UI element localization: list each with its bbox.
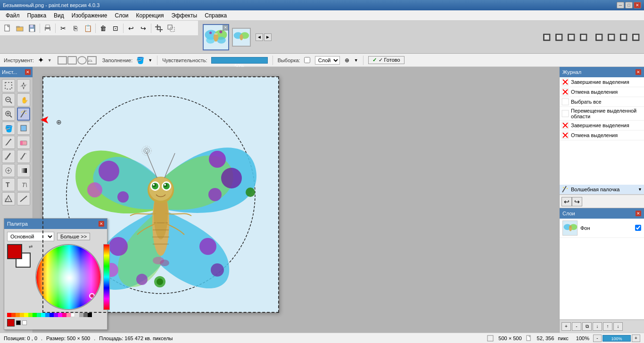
menu-effects[interactable]: Эффекты (168, 11, 201, 20)
done-button[interactable]: ✓ ✓ Готово (368, 56, 405, 64)
swatch-spring-green[interactable] (37, 313, 41, 317)
swatch-orange[interactable] (16, 313, 20, 317)
tool-clone[interactable] (2, 164, 15, 177)
tb-r6[interactable]: 🔲 (605, 32, 617, 43)
swatch-dark-gray[interactable] (83, 313, 88, 317)
primary-color-display[interactable] (7, 319, 15, 327)
menu-correction[interactable]: Коррекция (132, 11, 168, 20)
layer-delete-button[interactable]: - (572, 322, 581, 331)
tool-eraser[interactable] (17, 136, 30, 149)
selection-dropdown[interactable]: Слой (315, 56, 340, 65)
tool-gradient[interactable] (17, 164, 30, 177)
tb-save[interactable] (26, 23, 38, 34)
maximize-button[interactable]: □ (625, 2, 633, 8)
swatch-orange-red[interactable] (11, 313, 16, 317)
tb-r1[interactable]: 🔲 (541, 32, 552, 43)
tool-select-rect2[interactable] (17, 122, 30, 135)
tb-open[interactable] (14, 23, 25, 34)
swatch-white[interactable] (71, 313, 75, 317)
thumb-scroll-right[interactable]: ► (264, 33, 272, 41)
canvas-area[interactable]: ⊕ (33, 67, 559, 333)
tool-eyedropper[interactable] (17, 150, 30, 163)
swatch-rose[interactable] (62, 313, 66, 317)
tool-paint-bucket[interactable]: 🪣 (2, 122, 15, 135)
shape-lasso[interactable]: ⌓ (87, 56, 97, 65)
layers-close-button[interactable]: ✕ (636, 211, 641, 216)
tb-r2[interactable]: 🔲 (553, 32, 564, 43)
thumb-scroll-left[interactable]: ◄ (256, 33, 263, 41)
hue-strip[interactable] (103, 244, 110, 310)
tb-r4[interactable]: 🔲 (578, 32, 589, 43)
swatch-gray[interactable] (79, 313, 83, 317)
layer-add-button[interactable]: + (561, 322, 571, 331)
swatch-green[interactable] (33, 313, 37, 317)
tb-resize[interactable] (165, 23, 177, 34)
palette-mode-select[interactable]: Основной Дополнительный (7, 232, 54, 241)
tool-zoom-in[interactable] (2, 107, 15, 121)
menu-view[interactable]: Вид (50, 11, 68, 20)
swatch-blue[interactable] (50, 313, 54, 317)
tool-pencil[interactable] (2, 136, 15, 149)
tb-clear[interactable]: 🗑 (98, 23, 109, 34)
tool-move[interactable] (17, 79, 30, 92)
selection-check[interactable] (304, 57, 310, 63)
tb-print[interactable] (42, 23, 53, 34)
magic-wand-dropdown[interactable]: Волшебная палочка ▼ (560, 185, 644, 195)
menu-file[interactable]: Файл (2, 11, 24, 20)
swatch-light-gray[interactable] (75, 313, 79, 317)
tool-brush[interactable] (2, 150, 15, 163)
journal-item-4[interactable]: Перемещение выделенной области (560, 107, 644, 121)
swatch-red[interactable] (7, 313, 11, 317)
swatch-yellow-green[interactable] (28, 313, 33, 317)
zoom-out-button[interactable]: - (593, 335, 602, 342)
tb-r3[interactable]: 🔲 (565, 32, 577, 43)
tools-close-button[interactable]: ✕ (25, 69, 31, 75)
tb-cut[interactable]: ✂ (58, 23, 69, 34)
tool-select-rect[interactable] (2, 79, 15, 92)
tool-text[interactable]: T (2, 178, 15, 191)
layer-down-button[interactable]: ↓ (613, 322, 623, 331)
sensitivity-slider[interactable]: 50% (211, 57, 268, 64)
tool-line[interactable] (17, 192, 30, 205)
tb-copy[interactable]: ⎘ (70, 23, 81, 34)
shape-ellipse[interactable] (77, 56, 87, 65)
layer-merge-button[interactable]: ↓ (593, 322, 602, 331)
thumb-butterfly-large[interactable]: ✕ (203, 24, 229, 50)
layer-visibility-check[interactable] (635, 225, 641, 232)
tool-pan[interactable]: ✋ (17, 93, 30, 106)
zoom-slider[interactable]: 100% (603, 335, 631, 342)
fg-color-swatch[interactable] (7, 244, 22, 259)
redo-button[interactable]: ↪ (572, 197, 582, 206)
tool-magic-wand[interactable] (17, 107, 30, 121)
tb-deselect[interactable]: ⊡ (110, 23, 121, 34)
journal-item-5[interactable]: Завершение выделения (560, 121, 644, 131)
layer-dup-button[interactable]: ⧉ (582, 322, 592, 331)
tb-new[interactable] (2, 23, 13, 34)
undo-button[interactable]: ↩ (561, 197, 572, 206)
journal-close-button[interactable]: ✕ (636, 69, 641, 75)
journal-item-6[interactable]: Отмена выделения (560, 131, 644, 140)
tb-r5[interactable]: 🔲 (593, 32, 604, 43)
layer-item-fon[interactable]: Фон (560, 219, 644, 238)
thumb-butterfly-small[interactable] (232, 28, 251, 47)
tool-text-italic[interactable]: T\ (17, 178, 30, 191)
tool-shapes[interactable] (2, 192, 15, 205)
menu-image[interactable]: Изображение (68, 11, 111, 20)
menu-edit[interactable]: Правка (24, 11, 50, 20)
tb-paste[interactable]: 📋 (82, 23, 93, 34)
menu-layers[interactable]: Слои (111, 11, 132, 20)
journal-item-3[interactable]: Выбрать все (560, 97, 644, 107)
swatch-azure[interactable] (45, 313, 50, 317)
tool-zoom-out[interactable] (2, 93, 15, 106)
tb-crop[interactable] (153, 23, 165, 34)
swatch-pink[interactable] (66, 313, 71, 317)
black-swatch[interactable] (16, 320, 21, 325)
zoom-in-button[interactable]: + (632, 335, 640, 342)
tb-undo[interactable]: ↩ (125, 23, 137, 34)
white-swatch[interactable] (22, 320, 27, 325)
journal-item-2[interactable]: Отмена выделения (560, 87, 644, 97)
palette-more-button[interactable]: Больше >> (57, 233, 90, 240)
swatch-magenta[interactable] (58, 313, 62, 317)
tb-r7[interactable]: 🔲 (618, 32, 629, 43)
swatch-bright-yellow[interactable] (24, 313, 28, 317)
